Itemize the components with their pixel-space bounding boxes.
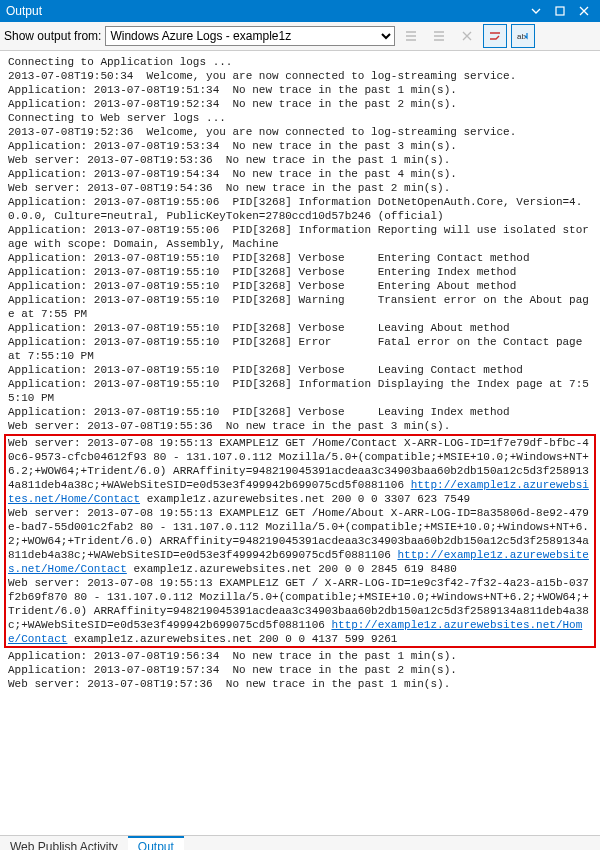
close-button[interactable] <box>572 3 596 19</box>
output-source-dropdown[interactable]: Windows Azure Logs - example1z <box>105 26 395 46</box>
svg-rect-0 <box>556 7 564 15</box>
close-icon <box>579 6 589 16</box>
indent-left-icon <box>404 29 418 43</box>
clear-icon <box>460 29 474 43</box>
log-text: Connecting to Application logs ... 2013-… <box>8 56 589 432</box>
highlighted-section: Web server: 2013-07-08 19:55:13 EXAMPLE1… <box>4 434 596 648</box>
output-from-label: Show output from: <box>4 29 101 43</box>
log-text: Application: 2013-07-08T19:56:34 No new … <box>8 650 457 690</box>
title-bar: Output <box>0 0 600 22</box>
indent-right-icon <box>432 29 446 43</box>
word-wrap-icon: ab <box>516 29 530 43</box>
maximize-button[interactable] <box>548 3 572 19</box>
dropdown-button[interactable] <box>524 3 548 19</box>
chevron-down-icon <box>531 6 541 16</box>
clear-button[interactable] <box>455 24 479 48</box>
log-text: example1z.azurewebsites.net 200 0 0 4137… <box>67 633 397 645</box>
tab-web-publish[interactable]: Web Publish Activity <box>0 836 128 850</box>
output-content[interactable]: Connecting to Application logs ... 2013-… <box>0 51 600 835</box>
toggle-wrap-icon <box>488 29 502 43</box>
toolbar: Show output from: Windows Azure Logs - e… <box>0 22 600 51</box>
indent-right-button[interactable] <box>427 24 451 48</box>
maximize-icon <box>555 6 565 16</box>
bottom-tabs: Web Publish Activity Output <box>0 835 600 850</box>
window-title: Output <box>4 4 524 18</box>
tab-output[interactable]: Output <box>128 836 184 850</box>
indent-left-button[interactable] <box>399 24 423 48</box>
toggle-wrap-button[interactable] <box>483 24 507 48</box>
word-wrap-button[interactable]: ab <box>511 24 535 48</box>
